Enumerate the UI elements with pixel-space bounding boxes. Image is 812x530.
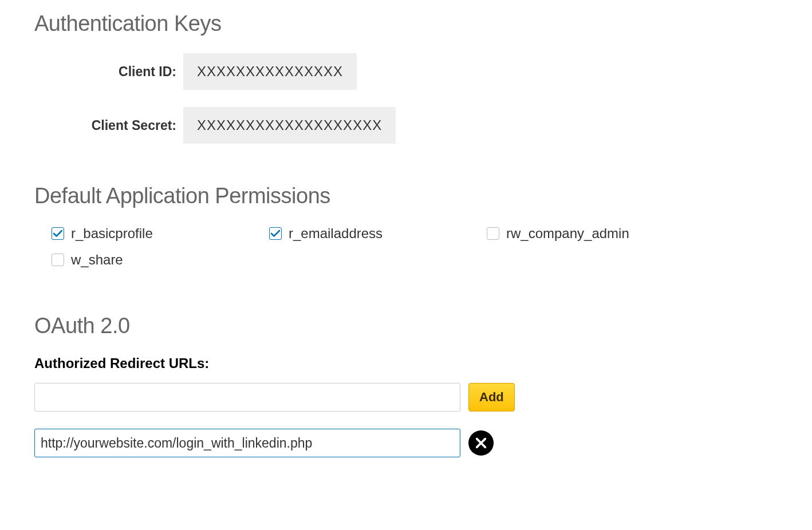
client-id-value: XXXXXXXXXXXXXXX <box>183 53 357 90</box>
auth-keys-heading: Authentication Keys <box>34 11 778 36</box>
permission-label: r_basicprofile <box>71 226 153 242</box>
permission-label: w_share <box>71 252 123 268</box>
checkmark-icon <box>53 230 62 238</box>
add-url-row: Add <box>34 383 778 412</box>
checkmark-icon <box>271 230 280 238</box>
checkbox-w-share[interactable] <box>52 254 64 266</box>
client-secret-label: Client Secret: <box>34 118 183 133</box>
checkbox-r-emailaddress[interactable] <box>269 227 282 240</box>
permissions-grid: r_basicprofile r_emailaddress rw_company… <box>52 226 704 268</box>
redirect-url-input[interactable] <box>34 429 460 457</box>
checkbox-rw-company-admin[interactable] <box>487 227 499 240</box>
client-secret-value: XXXXXXXXXXXXXXXXXXX <box>183 107 396 144</box>
add-url-button[interactable]: Add <box>468 383 515 412</box>
permission-rw-company-admin: rw_company_admin <box>487 226 704 242</box>
permission-r-emailaddress: r_emailaddress <box>269 226 487 242</box>
redirect-urls-label: Authorized Redirect URLs: <box>34 355 778 371</box>
remove-url-button[interactable] <box>468 430 494 456</box>
client-id-row: Client ID: XXXXXXXXXXXXXXX <box>34 53 778 90</box>
client-secret-row: Client Secret: XXXXXXXXXXXXXXXXXXX <box>34 107 778 144</box>
permission-w-share: w_share <box>52 252 269 268</box>
permission-r-basicprofile: r_basicprofile <box>52 226 269 242</box>
checkbox-r-basicprofile[interactable] <box>52 227 64 240</box>
permission-label: r_emailaddress <box>289 226 383 242</box>
close-icon <box>475 437 487 449</box>
permissions-heading: Default Application Permissions <box>34 184 778 208</box>
permission-label: rw_company_admin <box>506 226 629 242</box>
new-redirect-url-input[interactable] <box>34 383 460 412</box>
oauth-heading: OAuth 2.0 <box>34 314 778 338</box>
client-id-label: Client ID: <box>34 64 183 80</box>
existing-url-row <box>34 429 778 457</box>
